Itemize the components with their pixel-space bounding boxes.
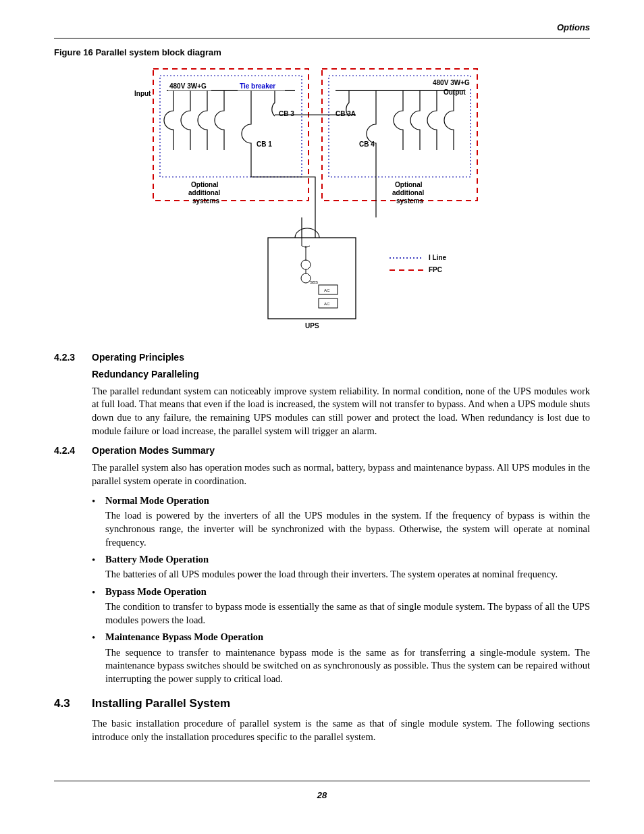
sec-423-title: Operating Principles bbox=[92, 351, 184, 364]
bullet-3-title: Maintenance Bypass Mode Operation bbox=[105, 631, 263, 644]
sec-43-title: Installing Parallel System bbox=[92, 696, 230, 712]
bullet-1-title: Battery Mode Operation bbox=[105, 553, 209, 567]
lbl-tie-breaker: Tie breaker bbox=[240, 82, 275, 90]
lbl-opt-l2: additional bbox=[188, 189, 220, 197]
lbl-cb3a: CB 3A bbox=[336, 110, 356, 118]
header-divider bbox=[54, 38, 590, 38]
sec-424-intro: The parallel system also has operation m… bbox=[92, 461, 590, 488]
lbl-opt-l3: systems bbox=[192, 197, 219, 205]
lbl-opt-r1: Optional bbox=[395, 181, 423, 188]
lbl-opt-r2: additional bbox=[392, 189, 424, 197]
lbl-volts-right: 480V 3W+G bbox=[433, 79, 470, 86]
sec-424-num: 4.2.4 bbox=[54, 444, 92, 457]
sec-43-num: 4.3 bbox=[54, 696, 92, 712]
bullet-dot: • bbox=[92, 585, 105, 599]
lbl-ac2: AC bbox=[324, 302, 330, 306]
bullet-dot: • bbox=[92, 494, 105, 508]
bullet-2-body: The condition to transfer to bypass mode… bbox=[105, 600, 590, 627]
figure-diagram: Input 480V 3W+G Tie breaker 480V 3W+G Ou… bbox=[54, 62, 590, 339]
bullet-3-body: The sequence to transfer to maintenance … bbox=[105, 646, 590, 686]
lbl-legend-fpc: FPC bbox=[429, 266, 442, 273]
bullet-0-body: The load is powered by the inverters of … bbox=[105, 509, 590, 549]
lbl-opt-l1: Optional bbox=[191, 181, 219, 188]
lbl-cb3: CB 3 bbox=[279, 110, 294, 118]
lbl-ups: UPS bbox=[305, 322, 319, 330]
svg-rect-14 bbox=[268, 238, 356, 319]
bullet-2-title: Bypass Mode Operation bbox=[105, 585, 207, 599]
footer-divider bbox=[54, 781, 590, 781]
lbl-output: Output bbox=[444, 88, 466, 96]
header-options: Options bbox=[54, 22, 590, 34]
page-number: 28 bbox=[54, 789, 590, 802]
svg-point-15 bbox=[301, 260, 311, 269]
sec-423-subhead: Redundancy Paralleling bbox=[92, 368, 590, 381]
bullet-dot: • bbox=[92, 553, 105, 567]
lbl-volts-left: 480V 3W+G bbox=[169, 82, 207, 90]
sec-423-para: The parallel redundant system can notice… bbox=[92, 385, 590, 438]
lbl-sbs: SBS bbox=[310, 280, 318, 284]
sec-423-num: 4.2.3 bbox=[54, 351, 92, 364]
bullet-0-title: Normal Mode Operation bbox=[105, 494, 209, 508]
sec-424-title: Operation Modes Summary bbox=[92, 444, 215, 457]
lbl-input: Input bbox=[134, 90, 151, 97]
bullet-dot: • bbox=[92, 631, 105, 644]
bullet-1-body: The batteries of all UPS modules power t… bbox=[105, 568, 590, 581]
figure-caption: Figure 16 Parallel system block diagram bbox=[54, 47, 590, 59]
lbl-opt-r3: systems bbox=[396, 197, 423, 205]
lbl-cb4: CB 4 bbox=[359, 140, 375, 148]
svg-point-16 bbox=[301, 273, 311, 283]
lbl-cb1: CB 1 bbox=[257, 140, 272, 148]
lbl-ac1: AC bbox=[324, 288, 330, 292]
sec-43-para: The basic installation procedure of para… bbox=[92, 717, 590, 744]
lbl-legend-iline: I Line bbox=[429, 254, 447, 261]
